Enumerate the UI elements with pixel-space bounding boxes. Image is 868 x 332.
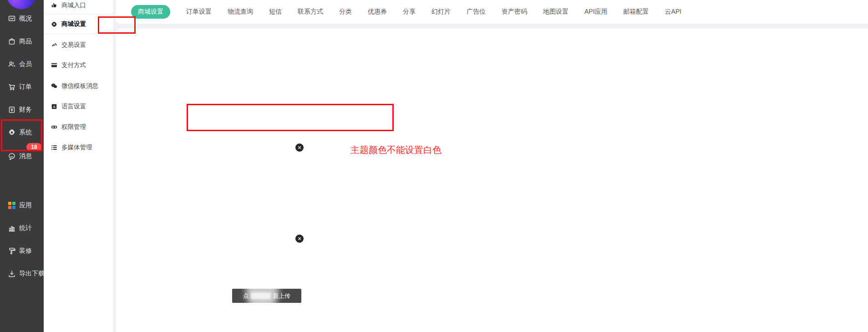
submenu-item-mall-entrance[interactable]: 商城入口: [51, 1, 86, 10]
sidebar-item-label: 统计: [19, 224, 32, 232]
tab-coupon[interactable]: 优惠券: [368, 8, 387, 16]
sidebar-item-label: 系统: [19, 128, 32, 137]
trade-icon: [51, 42, 57, 48]
sidebar-item-goods[interactable]: 商品: [8, 36, 32, 46]
sidebar-item-label: 商品: [19, 37, 32, 46]
tab-cloud-api[interactable]: 云API: [665, 8, 682, 16]
submenu-item-payment[interactable]: 支付方式: [51, 61, 86, 70]
submenu-item-language[interactable]: A 语言设置: [51, 102, 86, 111]
submenu-item-label: 支付方式: [61, 61, 86, 69]
submenu-item-label: 商城设置: [61, 20, 86, 28]
download-icon: [8, 270, 15, 278]
sidebar-item-messages[interactable]: 消息: [8, 151, 32, 161]
submenu-item-wechat-template[interactable]: 微信模板消息: [51, 82, 98, 91]
brand-logo[interactable]: [6, 0, 36, 9]
system-badge: 18: [26, 143, 42, 151]
tab-order-settings[interactable]: 订单设置: [186, 8, 212, 16]
language-icon: A: [51, 103, 57, 110]
sidebar-item-export[interactable]: 导出下载: [8, 269, 44, 279]
tab-category[interactable]: 分类: [339, 8, 352, 16]
annotation-note: 主题颜色不能设置白色: [350, 144, 442, 156]
sidebar-item-orders[interactable]: 订单: [8, 82, 32, 92]
submenu-item-label: 权限管理: [61, 123, 86, 131]
tab-mall-settings[interactable]: 商城设置: [131, 5, 170, 19]
gear-icon: [8, 129, 15, 137]
list-icon: [51, 144, 57, 151]
sidebar-item-label: 概况: [19, 15, 32, 23]
wechat-icon: [51, 83, 57, 89]
tab-slides[interactable]: 幻灯片: [431, 8, 451, 16]
logo-remove-button[interactable]: ✕: [295, 143, 304, 152]
sidebar-item-system[interactable]: 系统: [8, 128, 32, 138]
tab-asset-password[interactable]: 资产密码: [502, 8, 527, 16]
sidebar-item-stats[interactable]: 统计: [8, 223, 32, 233]
members-icon: [8, 61, 15, 68]
sidebar-item-apps[interactable]: 应用: [8, 200, 32, 210]
sidebar-item-members[interactable]: 会员: [8, 59, 32, 69]
tab-logistics[interactable]: 物流查询: [228, 8, 253, 16]
main-sidebar: 概况 商品 会员 订单 财务 系统 18 消息: [0, 0, 44, 332]
paint-roller-icon: [8, 247, 15, 255]
overview-icon: [8, 15, 15, 23]
settings-panel: [116, 29, 868, 332]
submenu-item-label: 商城入口: [61, 1, 86, 10]
submenu-divider: [44, 14, 113, 15]
tab-ad-slots[interactable]: 广告位: [467, 8, 486, 16]
gear-icon: [51, 21, 57, 27]
tab-api-app[interactable]: API应用: [584, 8, 608, 16]
sidebar-item-label: 装修: [19, 247, 32, 255]
submenu-item-label: 微信模板消息: [61, 82, 98, 90]
shop-bag-icon: [8, 38, 15, 46]
settings-tabbar: 商城设置 订单设置 物流查询 短信 联系方式 分类 优惠券 分享 幻灯片 广告位…: [116, 0, 868, 24]
submenu-item-label: 交易设置: [61, 41, 86, 49]
submenu-divider: [44, 34, 113, 34]
upload-bar-text-prefix: 点: [243, 292, 249, 300]
entrance-icon: [51, 2, 57, 9]
sidebar-item-label: 财务: [19, 106, 32, 114]
submenu-item-media[interactable]: 多媒体管理: [51, 143, 92, 152]
submenu-item-label: 多媒体管理: [61, 143, 92, 152]
submenu-item-trade-settings[interactable]: 交易设置: [51, 41, 86, 50]
credit-card-icon: [51, 62, 57, 68]
upload-bar-text-suffix: 新上传: [273, 292, 290, 300]
sidebar-item-overview[interactable]: 概况: [8, 14, 32, 24]
submenu-item-permissions[interactable]: 权限管理: [51, 123, 86, 132]
submenu-panel: 商城入口 商城设置 交易设置 支付方式 微信模板消息 A 语言设置 权限管理 多: [44, 0, 113, 332]
tab-map-settings[interactable]: 地图设置: [543, 8, 569, 16]
sidebar-item-decorate[interactable]: 装修: [8, 246, 32, 256]
svg-text:A: A: [53, 105, 56, 109]
sidebar-item-label: 订单: [19, 83, 32, 91]
submenu-item-mall-settings[interactable]: 商城设置: [51, 20, 86, 29]
cart-icon: [8, 83, 15, 91]
tab-mail-config[interactable]: 邮箱配置: [624, 8, 649, 16]
message-icon: [8, 153, 15, 160]
apps-icon: [8, 202, 15, 209]
sidebar-item-label: 导出下载: [19, 270, 44, 278]
bar-chart-icon: [8, 225, 15, 232]
sidebar-item-finance[interactable]: 财务: [8, 105, 32, 115]
finance-icon: [8, 106, 15, 114]
sidebar-item-label: 消息: [19, 152, 32, 160]
submenu-item-label: 语言设置: [61, 102, 86, 111]
sidebar-item-label: 应用: [19, 201, 32, 209]
tab-contact[interactable]: 联系方式: [298, 8, 323, 16]
admin-screen: 概况 商品 会员 订单 财务 系统 18 消息: [0, 0, 868, 332]
poster-remove-button[interactable]: ✕: [295, 235, 304, 243]
tab-share[interactable]: 分享: [403, 8, 416, 16]
tab-sms[interactable]: 短信: [269, 8, 282, 16]
sidebar-item-label: 会员: [19, 60, 32, 68]
blurred-text-patch: [251, 292, 271, 299]
poster-reupload-bar[interactable]: 点 新上传: [232, 289, 301, 303]
permission-toggle-icon: [51, 124, 57, 130]
